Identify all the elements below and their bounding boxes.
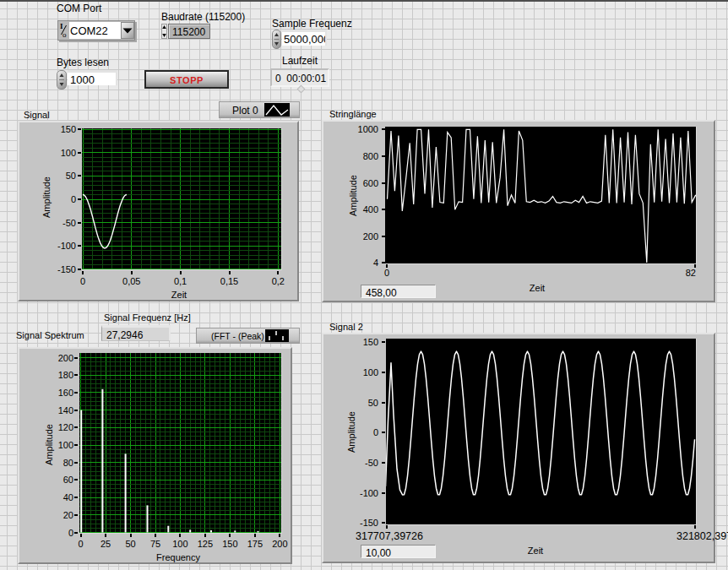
svg-text:I: I — [60, 22, 63, 30]
